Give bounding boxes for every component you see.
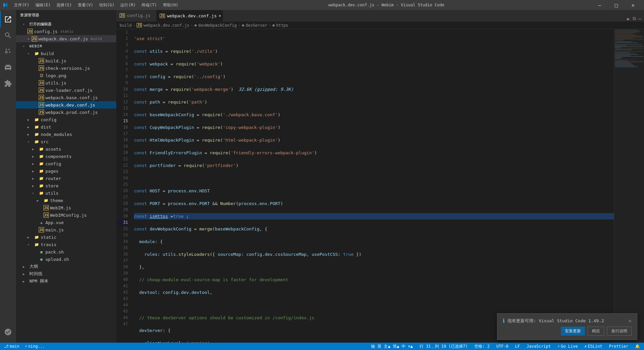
menu-select[interactable]: 选择(S) <box>54 2 74 9</box>
tab-config[interactable]: JS config.js <box>116 10 156 21</box>
upload-sh-icon: ▣ <box>39 256 44 262</box>
logo-file[interactable]: 🖼 logo.png <box>16 72 116 79</box>
encoding-status[interactable]: UTF-8 <box>495 344 510 349</box>
open-editors-section[interactable]: ▾ 打开的编辑器 <box>16 20 116 28</box>
run-icon[interactable]: ▶ <box>627 16 630 21</box>
components-folder[interactable]: ▶ 📁 components <box>16 153 116 160</box>
tab-webpack-dev[interactable]: JS webpack.dev.conf.js ✕ <box>156 10 223 21</box>
node-modules-folder[interactable]: ▶ 📁 node_modules <box>16 131 116 138</box>
indent-status[interactable]: 空格: 2 <box>473 344 491 349</box>
logo-label: logo.png <box>45 73 66 78</box>
ime-status[interactable]: 输 英 文▲ 简▲ 中 ⊙▲ <box>370 344 414 349</box>
utils-folder[interactable]: ▾ 📁 utils <box>16 189 116 197</box>
cursor-position-status[interactable]: 行 31，列 19 (已选择7) <box>418 344 469 349</box>
build-arrow: ▾ <box>27 52 33 55</box>
code-editor[interactable]: 'use strict' const utils = require('./ut… <box>131 29 614 343</box>
webimconfig-file[interactable]: JS WebIMConfig.js <box>16 211 116 219</box>
webpack-prod-file[interactable]: JS webpack.prod.conf.js <box>16 109 116 116</box>
theme-folder[interactable]: ▶ 📁 theme <box>16 197 116 204</box>
menu-run[interactable]: 运行(R) <box>118 2 138 9</box>
bc-https[interactable]: https <box>276 23 288 28</box>
assets-folder[interactable]: ▶ 📁 assets <box>16 145 116 153</box>
sidebar-title: 资源管理器 <box>16 10 116 20</box>
static-folder[interactable]: ▶ 📁 static <box>16 233 116 241</box>
window-controls: — □ ✕ <box>592 0 641 10</box>
build-js-label: build.js <box>45 58 66 63</box>
menu-goto[interactable]: 转到(G) <box>97 2 117 9</box>
minimap-content <box>614 29 644 343</box>
js-file-icon: JS <box>27 29 33 34</box>
open-file-config[interactable]: JS config.js static <box>16 28 116 35</box>
editor-container[interactable]: 1234567891011121314151617181920212223242… <box>116 29 614 343</box>
webpack-dev-file[interactable]: JS webpack.dev.conf.js <box>16 101 116 109</box>
close-button[interactable]: ✕ <box>625 0 641 10</box>
bc-devwebpackconfig[interactable]: devWebpackConfig <box>198 23 237 28</box>
pack-sh-file[interactable]: ▣ pack.sh <box>16 248 116 255</box>
utils-file[interactable]: JS utils.js <box>16 79 116 86</box>
bell-icon: 🔔 <box>635 344 640 349</box>
menu-view[interactable]: 查看(V) <box>75 2 96 9</box>
pages-folder[interactable]: ▶ 📁 pages <box>16 167 116 175</box>
check-versions-file[interactable]: JS check-versions.js <box>16 64 116 72</box>
split-icon[interactable]: ⧉ <box>633 16 636 21</box>
store-folder[interactable]: ▶ 📁 store <box>16 182 116 189</box>
webpack-tab-close[interactable]: ✕ <box>219 13 221 18</box>
router-folder[interactable]: ▶ 📁 router <box>16 175 116 182</box>
menu-help[interactable]: 帮助(H) <box>160 2 181 9</box>
minimize-button[interactable]: — <box>592 0 607 10</box>
config-folder[interactable]: ▶ 📁 config <box>16 116 116 123</box>
project-root[interactable]: ▾ WEBIM <box>16 42 116 50</box>
menu-terminal[interactable]: 终端(T) <box>139 2 160 9</box>
language-status[interactable]: JavaScript <box>525 344 552 349</box>
notification-close-button[interactable]: ✕ <box>628 318 632 324</box>
webim-file[interactable]: JS WebIM.js <box>16 204 116 211</box>
maximize-button[interactable]: □ <box>609 0 624 10</box>
app-vue-file[interactable]: ▲ App.vue <box>16 219 116 226</box>
language-label: JavaScript <box>527 344 551 349</box>
utils-label: utils.js <box>45 80 66 85</box>
npm-section[interactable]: ▶ NPM 脚本 <box>16 278 116 285</box>
dist-folder[interactable]: ▶ 📁 dist <box>16 123 116 131</box>
activity-explorer[interactable] <box>0 11 16 27</box>
bc-build[interactable]: build <box>120 23 132 28</box>
travis-folder[interactable]: ▾ 📁 travis <box>16 241 116 248</box>
activity-scm[interactable] <box>0 43 16 59</box>
menu-file[interactable]: 文件(F) <box>11 2 32 9</box>
travis-icon: 📁 <box>34 242 39 247</box>
open-file-webpack-dev[interactable]: ✕ JS webpack.dev.conf.js build <box>16 35 116 42</box>
activity-bar <box>0 10 16 343</box>
timeline-section[interactable]: ▶ 时间线 <box>16 270 116 278</box>
webpack-base-file[interactable]: JS webpack.base.conf.js <box>16 94 116 101</box>
build-folder[interactable]: ▾ 📁 build <box>16 50 116 57</box>
activity-search[interactable] <box>0 27 16 43</box>
more-icon[interactable]: ⋯ <box>639 16 641 21</box>
project-arrow: ▾ <box>23 44 28 48</box>
check-versions-label: check-versions.js <box>45 66 90 71</box>
menu-edit[interactable]: 编辑(E) <box>33 2 53 9</box>
activity-settings[interactable] <box>0 324 16 340</box>
golive-status[interactable]: ⚡ Go Live <box>556 344 579 349</box>
eol-status[interactable]: LF <box>514 344 521 349</box>
release-notes-button[interactable]: 发行说明 <box>607 327 632 336</box>
src-folder[interactable]: ▾ 📁 src <box>16 138 116 145</box>
git-branch-status[interactable]: ⎇ main <box>3 344 21 349</box>
notification-bell-status[interactable]: 🔔 <box>634 344 641 349</box>
main-js-file[interactable]: JS main.js <box>16 226 116 233</box>
build-js-file[interactable]: JS build.js <box>16 57 116 64</box>
upload-sh-file[interactable]: ▣ upload.sh <box>16 255 116 263</box>
later-button[interactable]: 稍后 <box>588 327 604 336</box>
outline-section[interactable]: ▶ 大纲 <box>16 263 116 270</box>
install-update-button[interactable]: 安装更新 <box>561 327 585 336</box>
prettier-status[interactable]: Prettier <box>608 344 630 349</box>
git-icon: ⎇ <box>4 344 9 349</box>
eslint-status[interactable]: ✗ ESLint <box>583 344 604 349</box>
config-folder-label: config <box>41 117 56 122</box>
vue-loader-file[interactable]: JS vue-loader.conf.js <box>16 86 116 94</box>
bc-webpack[interactable]: webpack.dev.conf.js <box>143 23 189 28</box>
activity-debug[interactable] <box>0 59 16 75</box>
activity-extensions[interactable] <box>0 75 16 92</box>
remote-status[interactable]: ⚡ ning... <box>23 344 46 349</box>
bc-devserver[interactable]: devServer <box>246 23 267 28</box>
config-src-folder[interactable]: ▶ 📁 config <box>16 160 116 167</box>
prettier-label: Prettier <box>609 344 628 349</box>
